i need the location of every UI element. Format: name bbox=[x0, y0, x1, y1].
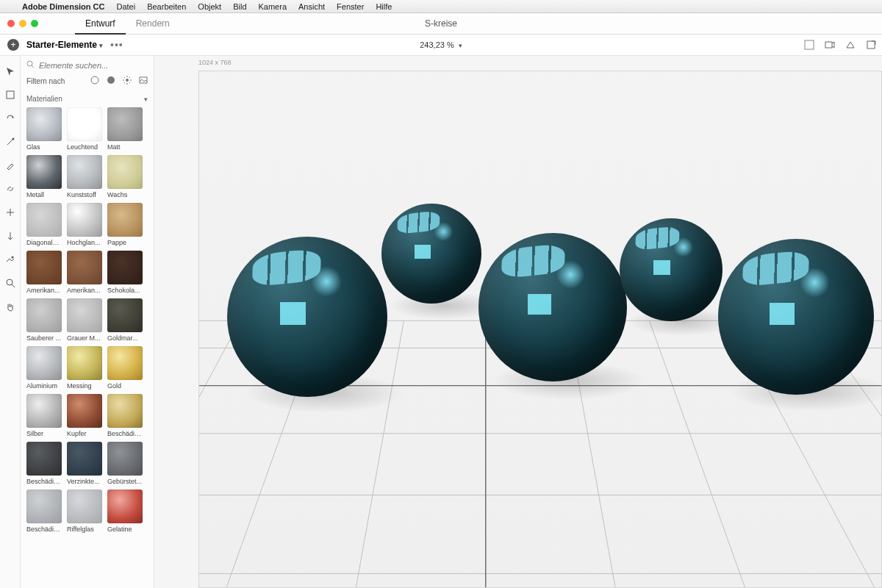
sampler-tool-icon[interactable] bbox=[4, 159, 17, 172]
material-swatch[interactable] bbox=[26, 107, 62, 141]
material-swatch[interactable] bbox=[26, 346, 62, 380]
material-swatch[interactable] bbox=[26, 442, 62, 476]
menu-objekt[interactable]: Objekt bbox=[192, 2, 227, 11]
material-item[interactable]: Matt bbox=[107, 107, 143, 151]
material-swatch[interactable] bbox=[107, 298, 143, 332]
viewport[interactable]: 1024 x 768 bbox=[154, 56, 882, 588]
material-item[interactable]: Leuchtend bbox=[67, 107, 102, 151]
menu-ansicht[interactable]: Ansicht bbox=[293, 2, 331, 11]
filter-materials-icon[interactable] bbox=[107, 76, 115, 86]
grid-toggle-icon[interactable] bbox=[804, 40, 814, 50]
material-item[interactable]: Kunststoff bbox=[67, 155, 102, 198]
camera-bookmark-icon[interactable] bbox=[825, 40, 835, 50]
export-icon[interactable] bbox=[866, 40, 876, 50]
material-swatch[interactable] bbox=[107, 155, 143, 189]
rect-tool-icon[interactable] bbox=[4, 88, 17, 101]
material-swatch[interactable] bbox=[107, 107, 143, 141]
material-item[interactable]: Beschädig... bbox=[107, 394, 143, 437]
orbit-tool-icon[interactable] bbox=[4, 112, 17, 125]
material-swatch[interactable] bbox=[107, 490, 143, 523]
scene-sphere[interactable] bbox=[381, 204, 481, 304]
wand-tool-icon[interactable] bbox=[4, 135, 17, 148]
material-item[interactable]: Amerikan... bbox=[67, 251, 102, 294]
material-swatch[interactable] bbox=[26, 298, 62, 332]
menu-datei[interactable]: Datei bbox=[110, 2, 141, 11]
material-swatch[interactable] bbox=[26, 155, 62, 189]
material-item[interactable]: Verzinkte... bbox=[67, 442, 102, 485]
menu-kamera[interactable]: Kamera bbox=[253, 2, 293, 11]
material-item[interactable]: Hochglan... bbox=[67, 203, 102, 246]
maximize-icon[interactable] bbox=[31, 20, 38, 27]
section-header[interactable]: Materialien ▾ bbox=[21, 92, 154, 107]
material-swatch[interactable] bbox=[67, 251, 102, 284]
menu-bild[interactable]: Bild bbox=[227, 2, 252, 11]
zoom-dropdown[interactable]: 243,23 % ▾ bbox=[420, 40, 462, 49]
material-item[interactable]: Beschädig... bbox=[26, 490, 62, 533]
scene-sphere[interactable] bbox=[478, 233, 627, 381]
material-swatch[interactable] bbox=[67, 346, 102, 380]
starter-dropdown[interactable]: Starter-Elemente▾ bbox=[26, 40, 103, 50]
scene-sphere[interactable] bbox=[718, 239, 874, 395]
material-swatch[interactable] bbox=[26, 490, 62, 523]
material-swatch[interactable] bbox=[107, 203, 143, 237]
material-swatch[interactable] bbox=[67, 203, 102, 237]
filter-models-icon[interactable] bbox=[90, 76, 99, 86]
material-item[interactable]: Sauberer ... bbox=[26, 298, 62, 342]
tab-rendern[interactable]: Rendern bbox=[126, 13, 180, 35]
filter-lights-icon[interactable] bbox=[123, 76, 132, 86]
close-icon[interactable] bbox=[7, 20, 15, 27]
material-item[interactable]: Grauer M... bbox=[67, 298, 102, 342]
material-item[interactable]: Schokola... bbox=[107, 251, 143, 294]
material-item[interactable]: Amerikan... bbox=[26, 251, 62, 294]
render-preview-icon[interactable] bbox=[845, 40, 856, 50]
hand-tool-icon[interactable] bbox=[4, 300, 17, 313]
material-item[interactable]: Goldmar... bbox=[107, 298, 143, 342]
material-swatch[interactable] bbox=[26, 203, 62, 237]
svg-point-4 bbox=[12, 138, 14, 140]
material-swatch[interactable] bbox=[67, 442, 102, 476]
material-item[interactable]: Pappe bbox=[107, 203, 143, 246]
material-swatch[interactable] bbox=[26, 251, 62, 284]
add-tool-icon[interactable] bbox=[4, 206, 17, 219]
material-swatch[interactable] bbox=[67, 394, 102, 428]
material-item[interactable]: Messing bbox=[67, 346, 102, 390]
minimize-icon[interactable] bbox=[19, 20, 26, 27]
material-item[interactable]: Glas bbox=[26, 107, 62, 151]
material-swatch[interactable] bbox=[107, 251, 143, 284]
filter-images-icon[interactable] bbox=[139, 76, 148, 86]
more-icon[interactable]: ••• bbox=[110, 39, 123, 51]
canvas[interactable] bbox=[198, 71, 882, 588]
material-swatch[interactable] bbox=[107, 346, 143, 380]
material-item[interactable]: Kupfer bbox=[67, 394, 102, 437]
material-swatch[interactable] bbox=[107, 442, 143, 476]
menu-bearbeiten[interactable]: Bearbeiten bbox=[141, 2, 192, 11]
material-item[interactable]: Wachs bbox=[107, 155, 143, 198]
horizon-tool-icon[interactable] bbox=[4, 253, 17, 266]
material-swatch[interactable] bbox=[67, 298, 102, 332]
material-swatch[interactable] bbox=[107, 394, 143, 428]
scene-sphere[interactable] bbox=[227, 237, 387, 397]
material-item[interactable]: Silber bbox=[26, 394, 62, 437]
zoom-tool-icon[interactable] bbox=[4, 276, 17, 290]
add-icon[interactable]: + bbox=[7, 39, 19, 51]
material-item[interactable]: Gebürstet... bbox=[107, 442, 143, 485]
material-swatch[interactable] bbox=[67, 490, 102, 523]
align-tool-icon[interactable] bbox=[4, 229, 17, 243]
search-input[interactable] bbox=[39, 61, 127, 70]
material-item[interactable]: Beschädig... bbox=[26, 442, 62, 485]
material-item[interactable]: Gold bbox=[107, 346, 143, 390]
material-item[interactable]: Diagonalp... bbox=[26, 203, 62, 246]
tab-entwurf[interactable]: Entwurf bbox=[75, 13, 126, 35]
material-swatch[interactable] bbox=[67, 155, 102, 189]
link-tool-icon[interactable] bbox=[4, 182, 17, 196]
material-item[interactable]: Metall bbox=[26, 155, 62, 198]
material-item[interactable]: Riffelglas bbox=[67, 490, 102, 533]
material-swatch[interactable] bbox=[26, 394, 62, 428]
material-item[interactable]: Aluminium bbox=[26, 346, 62, 390]
material-item[interactable]: Gelatine bbox=[107, 490, 143, 533]
select-tool-icon[interactable] bbox=[4, 65, 17, 78]
menu-fenster[interactable]: Fenster bbox=[331, 2, 370, 11]
menu-hilfe[interactable]: Hilfe bbox=[370, 2, 398, 11]
material-swatch[interactable] bbox=[67, 107, 102, 141]
scene-sphere[interactable] bbox=[620, 218, 723, 321]
